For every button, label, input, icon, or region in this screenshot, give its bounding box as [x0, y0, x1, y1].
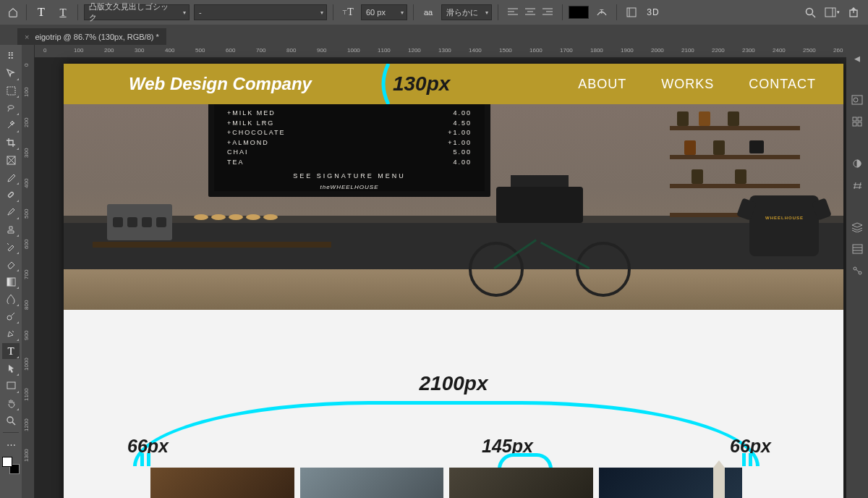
ruler-horizontal[interactable]: 0100200300400500600700800900100011001200…: [35, 45, 846, 58]
swatches-panel-icon[interactable]: [850, 114, 864, 129]
hand-tool-icon[interactable]: [2, 395, 20, 411]
document-canvas[interactable]: Web Design Company 130px ABOUT WORKS CON…: [64, 64, 843, 498]
thumbnail: [300, 468, 444, 498]
chevron-down-icon: ▾: [320, 9, 323, 16]
blur-tool-icon[interactable]: [2, 291, 20, 307]
antialias-value: 滑らかに: [446, 7, 478, 18]
move-tool-icon[interactable]: [2, 65, 20, 81]
text-horizontal-icon[interactable]: T: [33, 4, 50, 21]
pen-tool-icon[interactable]: [2, 326, 20, 342]
crop-tool-icon[interactable]: [2, 135, 20, 151]
svg-rect-28: [858, 117, 861, 121]
dodge-tool-icon[interactable]: [2, 308, 20, 324]
text-align-group: [504, 4, 556, 20]
antialias-select[interactable]: 滑らかに▾: [441, 4, 492, 20]
color-panel-icon[interactable]: [850, 93, 864, 107]
grip-icon[interactable]: ⠿: [2, 48, 20, 64]
electrical-box: [107, 204, 172, 240]
text-vertical-icon[interactable]: T: [54, 4, 72, 21]
svg-line-13: [812, 14, 815, 17]
adjustments-panel-icon[interactable]: [850, 156, 864, 171]
svg-rect-20: [7, 278, 15, 286]
path-select-tool-icon[interactable]: [2, 360, 20, 376]
dimension-130-label: 130px: [393, 72, 450, 96]
font-size-select[interactable]: 60 px▾: [361, 4, 407, 20]
eraser-tool-icon[interactable]: [2, 256, 20, 272]
svg-point-26: [854, 98, 858, 102]
dimension-2100-label: 2100px: [420, 372, 488, 395]
dimension-arc: [133, 401, 760, 466]
eyedropper-tool-icon[interactable]: [2, 169, 20, 185]
separator: [498, 4, 498, 20]
text-color-swatch[interactable]: [569, 6, 589, 19]
lasso-tool-icon[interactable]: [2, 100, 20, 116]
rectangle-tool-icon[interactable]: [2, 378, 20, 394]
floor: [64, 269, 843, 310]
chevron-down-icon: ▾: [183, 9, 186, 16]
align-right-icon[interactable]: [539, 4, 556, 20]
close-icon[interactable]: ×: [25, 33, 29, 41]
chevron-down-icon: ▾: [401, 9, 404, 16]
healing-tool-icon[interactable]: [2, 187, 20, 203]
separator: [562, 4, 563, 20]
gradient-tool-icon[interactable]: [2, 274, 20, 290]
character-panel-icon[interactable]: [623, 4, 640, 21]
stamp-tool-icon[interactable]: [2, 221, 20, 237]
svg-point-23: [7, 417, 13, 423]
frame-tool-icon[interactable]: [2, 152, 20, 168]
ruler-vertical[interactable]: 0100200300400500600700800900100011001200…: [22, 45, 35, 498]
share-icon[interactable]: [845, 4, 862, 21]
search-icon[interactable]: [801, 4, 819, 21]
zoom-tool-icon[interactable]: [2, 413, 20, 429]
thumbnail-row: [150, 468, 742, 498]
separator: [616, 4, 617, 20]
dimension-130: 130px: [377, 64, 450, 104]
align-left-icon[interactable]: [504, 4, 522, 20]
plate: [194, 214, 208, 220]
align-center-icon[interactable]: [522, 4, 539, 20]
workspace-switcher-icon[interactable]: ▾: [823, 4, 841, 21]
document-tab-bar: × eigotrip @ 86.7% (130px, RGB/8) *: [0, 25, 868, 45]
font-family-select[interactable]: 凸版文久見出しゴシック▾: [84, 4, 190, 20]
wood-shelf: [93, 242, 331, 248]
font-family-value: 凸版文久見出しゴシック: [89, 1, 176, 23]
dimension-tick: [140, 453, 150, 466]
color-swatches[interactable]: [2, 457, 20, 474]
thumbnail: [599, 468, 743, 498]
thumbnail: [150, 468, 294, 498]
marquee-tool-icon[interactable]: [2, 83, 20, 98]
brush-tool-icon[interactable]: [2, 204, 20, 220]
tools-panel: ⠿ T ⋯: [0, 45, 22, 498]
layers-panel-icon[interactable]: [850, 220, 864, 235]
magic-wand-tool-icon[interactable]: [2, 117, 20, 133]
font-style-select[interactable]: -▾: [194, 4, 327, 20]
styles-panel-icon[interactable]: [850, 178, 864, 193]
svg-rect-19: [8, 192, 14, 198]
chevron-down-icon: ▾: [485, 9, 488, 16]
nav-about[interactable]: ABOUT: [578, 77, 626, 92]
brand-title: Web Design Company: [129, 74, 312, 94]
channels-panel-icon[interactable]: [850, 242, 864, 256]
nav-works[interactable]: WORKS: [661, 77, 714, 92]
dimensions-section: 2100px 66px 145px 66px: [64, 310, 843, 498]
type-tool-icon[interactable]: T: [2, 343, 20, 359]
hero-image: +MILK MED4.00+MILK LRG4.50+CHOCOLATE+1.0…: [64, 104, 843, 310]
antialias-label: aa: [420, 4, 437, 21]
paths-panel-icon[interactable]: [850, 263, 864, 278]
warp-text-icon[interactable]: T: [593, 4, 610, 21]
home-icon[interactable]: [6, 5, 20, 20]
svg-rect-17: [7, 87, 15, 95]
svg-rect-30: [858, 122, 861, 126]
tshirt-logo: WHEELHOUSE: [765, 216, 803, 220]
history-brush-tool-icon[interactable]: [2, 239, 20, 255]
panel-expand-icon[interactable]: ◂: [850, 51, 864, 65]
edit-toolbar-icon[interactable]: ⋯: [2, 436, 20, 452]
document-tab[interactable]: × eigotrip @ 86.7% (130px, RGB/8) *: [17, 28, 166, 45]
right-panel-strip: ◂: [846, 45, 868, 498]
separator: [77, 4, 78, 20]
separator: [3, 432, 19, 433]
svg-rect-27: [853, 117, 856, 121]
nav-contact[interactable]: CONTACT: [749, 77, 816, 92]
3d-icon[interactable]: 3D: [644, 4, 662, 21]
foreground-color-swatch[interactable]: [2, 457, 12, 467]
